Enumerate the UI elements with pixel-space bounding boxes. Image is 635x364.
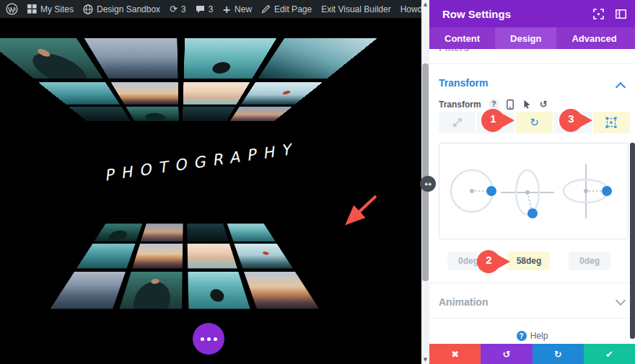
wordpress-logo-icon[interactable] [6, 3, 18, 15]
redo-button[interactable]: ↻ [533, 344, 584, 364]
updates-count: 3 [181, 4, 186, 14]
photo-tile-dark [69, 107, 131, 121]
badge-number: 1 [486, 112, 501, 125]
panel-title: Row Settings [442, 8, 511, 20]
comments-menu[interactable]: 3 [196, 4, 214, 14]
photo-grid-top [0, 38, 377, 121]
photo-tile-bride [183, 82, 250, 105]
discard-button[interactable]: ✖ [429, 344, 481, 364]
redo-icon: ↻ [554, 349, 562, 360]
hover-cursor-icon[interactable] [522, 99, 533, 110]
rotate-y-input[interactable]: 0deg [569, 252, 610, 270]
photo-tile-cliff [258, 38, 377, 79]
new-content-menu[interactable]: + New [222, 4, 252, 15]
transform-origin-icon [605, 117, 617, 128]
photo-tile-sunset [110, 82, 178, 105]
comments-count: 3 [209, 4, 214, 14]
section-animation-title[interactable]: Animation [439, 296, 488, 308]
rotate-axes-control[interactable] [439, 143, 629, 239]
site-globe-icon [83, 4, 93, 14]
check-icon: ✔ [605, 349, 613, 360]
panel-footer: ✖ ↺ ↻ ✔ [429, 344, 635, 364]
panel-resize-handle[interactable]: ↔ [420, 176, 436, 192]
photo-tile-skier [235, 244, 293, 268]
transform-toolbar: ↻ [439, 112, 630, 133]
rotate-icon: ↻ [530, 117, 539, 128]
help-row: ? Help [429, 331, 635, 341]
photo-tile-plaid [188, 272, 250, 308]
save-button[interactable]: ✔ [584, 344, 635, 364]
transform-tool-scale[interactable] [439, 112, 476, 133]
photo-tile-man [119, 272, 182, 308]
my-sites-icon [27, 4, 37, 14]
divider [429, 63, 635, 64]
divider [429, 318, 635, 319]
exit-visual-builder-menu[interactable]: Exit Visual Builder [321, 4, 391, 14]
updates-menu[interactable]: ⟳ 3 [170, 4, 186, 14]
help-link[interactable]: Help [530, 331, 548, 341]
transform-tool-origin[interactable] [593, 112, 630, 133]
dot-icon [207, 337, 211, 341]
photo-tile-hoodie [94, 223, 142, 241]
plus-icon: + [222, 4, 231, 15]
scale-icon [452, 117, 463, 128]
settings-tabbar: Content Design Advanced [429, 27, 635, 49]
row-settings-panel: Row Settings Content Design Advanced [429, 0, 635, 364]
site-name-menu[interactable]: Design Sandbox [83, 4, 160, 14]
rotate-z-handle [486, 186, 496, 196]
badge-number: 2 [481, 254, 496, 266]
undo-button[interactable]: ↺ [481, 344, 532, 364]
scroll-up-icon[interactable]: ▲ [424, 0, 427, 9]
resize-icon: ↔ [424, 179, 432, 189]
tab-advanced[interactable]: Advanced [556, 27, 631, 49]
page-settings-dots-button[interactable] [193, 323, 224, 355]
dock-panel-icon[interactable] [616, 9, 626, 19]
section-transform-title[interactable]: Transform [439, 77, 488, 89]
photo-grid-bottom [51, 223, 320, 308]
photo-tile-lake [227, 223, 276, 241]
edit-page-menu[interactable]: Edit Page [261, 4, 312, 14]
help-icon[interactable]: ? [517, 331, 527, 341]
transform-field-label: Transform [439, 99, 481, 110]
wordpress-logo-icon [6, 3, 18, 15]
tab-design[interactable]: Design [495, 27, 556, 49]
chevron-up-icon[interactable] [616, 82, 626, 92]
photo-tile-sunset [132, 244, 183, 268]
panel-scrollbar-thumb[interactable] [630, 143, 635, 339]
tab-content[interactable]: Content [429, 27, 495, 49]
photo-tile-vista [51, 272, 126, 308]
panel-header: Row Settings [429, 0, 635, 27]
chevron-down-icon[interactable] [616, 296, 626, 306]
close-icon: ✖ [451, 349, 459, 360]
photo-tile-dark [183, 107, 235, 121]
photo-tile-dusk [230, 107, 292, 121]
my-sites-menu[interactable]: My Sites [27, 4, 74, 14]
expand-modal-icon[interactable] [593, 9, 604, 19]
annotation-badge-1: 1 [481, 107, 514, 134]
my-sites-label: My Sites [40, 4, 74, 14]
rotate-x-handle [527, 208, 538, 218]
photo-tile-shore [76, 244, 135, 268]
new-label: New [235, 4, 252, 14]
pencil-icon [261, 4, 271, 14]
scrollbar-thumb[interactable] [422, 63, 429, 281]
annotation-badge-2: 2 [477, 248, 510, 275]
site-name-label: Design Sandbox [97, 4, 160, 14]
rotate-y-handle [602, 186, 612, 196]
photo-tile-dusk [141, 223, 183, 241]
scroll-down-icon[interactable]: ▼ [424, 355, 427, 364]
transform-tool-rotate[interactable]: ↻ [516, 112, 553, 133]
rotate-x-input[interactable]: 58deg [508, 252, 550, 270]
dot-icon [214, 337, 217, 341]
dot-icon [201, 337, 204, 341]
photo-tile-shore [38, 82, 120, 105]
divider [429, 283, 635, 283]
updates-icon: ⟳ [170, 4, 178, 14]
edit-page-label: Edit Page [274, 4, 312, 14]
photo-tile-skier [241, 82, 323, 105]
annotation-badge-3: 3 [559, 107, 592, 134]
page-title: PHOTOGRAPHY [103, 140, 299, 184]
reset-icon[interactable]: ↺ [538, 99, 549, 110]
photo-tile-sunset [244, 272, 319, 308]
photo-tile-dark [187, 223, 229, 241]
